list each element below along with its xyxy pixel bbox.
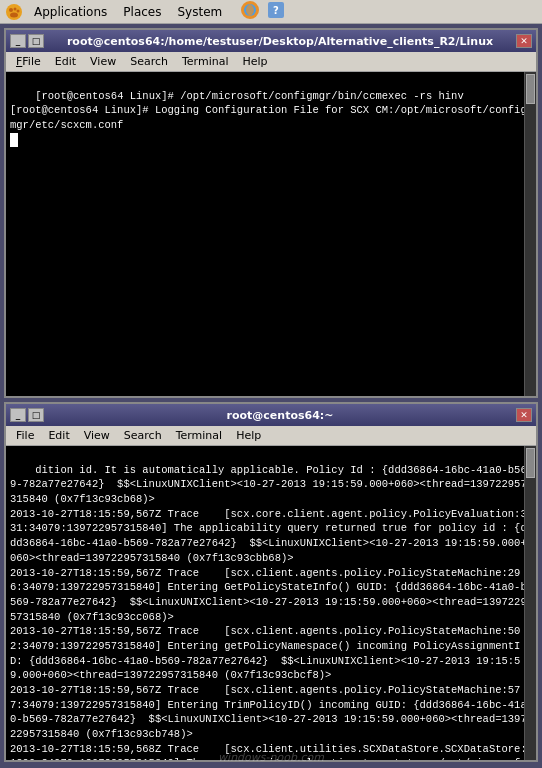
svg-point-2 xyxy=(14,7,17,10)
close-button-2[interactable]: ✕ xyxy=(516,408,532,422)
menu-edit-2[interactable]: Edit xyxy=(42,428,75,443)
cursor-1 xyxy=(10,133,18,147)
terminal-output-1[interactable]: [root@centos64 Linux]# /opt/microsoft/co… xyxy=(6,72,536,396)
menu-search-1[interactable]: Search xyxy=(124,54,174,69)
scrollbar-1[interactable] xyxy=(524,72,536,396)
window-controls-1[interactable]: _ □ xyxy=(10,34,44,48)
window-controls-2[interactable]: _ □ xyxy=(10,408,44,422)
menu-view-1[interactable]: View xyxy=(84,54,122,69)
firefox-icon[interactable] xyxy=(240,0,260,23)
close-button-1[interactable]: ✕ xyxy=(516,34,532,48)
menu-terminal-2[interactable]: Terminal xyxy=(170,428,229,443)
menu-terminal-1[interactable]: Terminal xyxy=(176,54,235,69)
svg-point-3 xyxy=(17,9,20,12)
terminal-menubar-2: File Edit View Search Terminal Help xyxy=(6,426,536,446)
places-menu[interactable]: Places xyxy=(117,3,167,21)
svg-point-4 xyxy=(10,12,18,17)
close-area-2[interactable]: ✕ xyxy=(516,408,532,422)
menu-search-2[interactable]: Search xyxy=(118,428,168,443)
terminal-window-2: _ □ root@centos64:~ ✕ File Edit View Sea… xyxy=(4,402,538,762)
svg-point-1 xyxy=(9,8,13,12)
gnome-menubar: Applications Places System ? xyxy=(0,0,542,24)
gnome-icon xyxy=(4,2,24,22)
svg-point-0 xyxy=(6,4,22,20)
terminal-text-1: [root@centos64 Linux]# /opt/microsoft/co… xyxy=(10,90,527,131)
extra-icon[interactable]: ? xyxy=(266,0,286,23)
system-menu[interactable]: System xyxy=(171,3,228,21)
menu-view-2[interactable]: View xyxy=(78,428,116,443)
menu-file-1[interactable]: FFileFile xyxy=(10,54,47,69)
maximize-button-1[interactable]: □ xyxy=(28,34,44,48)
scrollbar-2[interactable] xyxy=(524,446,536,760)
title-bar-2: _ □ root@centos64:~ ✕ xyxy=(6,404,536,426)
menu-help-2[interactable]: Help xyxy=(230,428,267,443)
applications-menu[interactable]: Applications xyxy=(28,3,113,21)
terminal-text-2: dition id. It is automatically applicabl… xyxy=(10,464,527,760)
minimize-button-1[interactable]: _ xyxy=(10,34,26,48)
maximize-button-2[interactable]: □ xyxy=(28,408,44,422)
terminal-menubar-1: FFileFile Edit View Search Terminal Help xyxy=(6,52,536,72)
svg-text:?: ? xyxy=(273,5,279,16)
terminal-window-1: _ □ root@centos64:/home/testuser/Desktop… xyxy=(4,28,538,398)
close-area-1[interactable]: ✕ xyxy=(516,34,532,48)
title-text-2: root@centos64:~ xyxy=(44,409,516,422)
title-bar-1: _ □ root@centos64:/home/testuser/Desktop… xyxy=(6,30,536,52)
menu-help-1[interactable]: Help xyxy=(236,54,273,69)
title-text-1: root@centos64:/home/testuser/Desktop/Alt… xyxy=(44,35,516,48)
scrollbar-thumb-2[interactable] xyxy=(526,448,535,478)
terminal-output-2[interactable]: dition id. It is automatically applicabl… xyxy=(6,446,536,760)
scrollbar-thumb-1[interactable] xyxy=(526,74,535,104)
menu-file-2[interactable]: File xyxy=(10,428,40,443)
minimize-button-2[interactable]: _ xyxy=(10,408,26,422)
menu-edit-1[interactable]: Edit xyxy=(49,54,82,69)
